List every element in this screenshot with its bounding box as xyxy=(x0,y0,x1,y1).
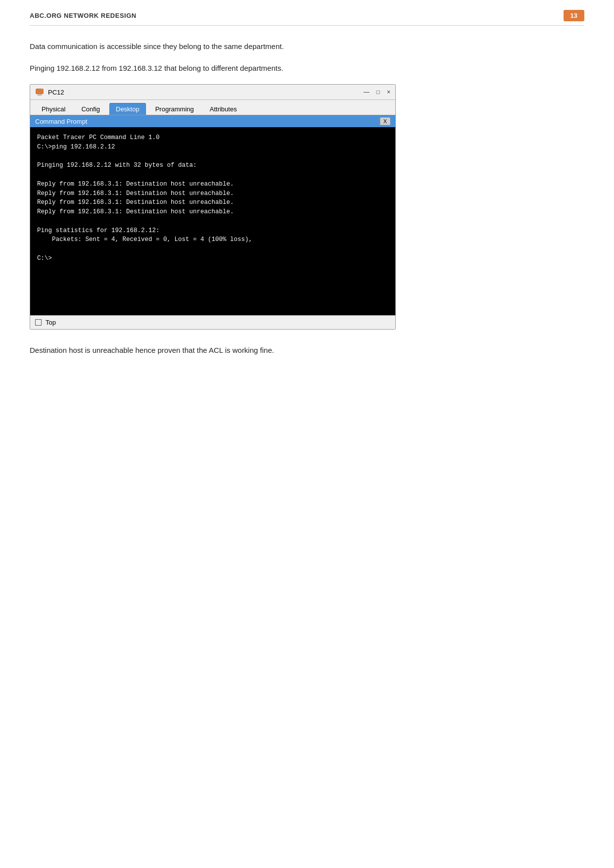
command-prompt-body[interactable]: Packet Tracer PC Command Line 1.0 C:\>pi… xyxy=(30,127,395,315)
pc-icon xyxy=(35,88,44,96)
svg-rect-1 xyxy=(38,94,41,95)
tab-config[interactable]: Config xyxy=(75,103,106,115)
page-title: ABC.ORG NETWORK REDESIGN xyxy=(30,12,137,19)
minimize-button[interactable]: — xyxy=(364,89,370,95)
body-paragraph-2: Pinging 192.168.2.12 from 192.168.3.12 t… xyxy=(30,62,584,74)
svg-point-3 xyxy=(42,89,43,90)
body-paragraph-1: Data communication is accessible since t… xyxy=(30,41,584,52)
top-label: Top xyxy=(46,319,56,326)
footer-paragraph: Destination host is unreachable hence pr… xyxy=(30,344,584,356)
packet-tracer-window: PC12 — □ × Physical Config Desktop Progr… xyxy=(30,84,396,330)
window-controls[interactable]: — □ × xyxy=(364,89,390,95)
page-header: ABC.ORG NETWORK REDESIGN 13 xyxy=(30,10,584,26)
tab-physical[interactable]: Physical xyxy=(35,103,72,115)
tab-attributes[interactable]: Attributes xyxy=(203,103,243,115)
command-output: Packet Tracer PC Command Line 1.0 C:\>pi… xyxy=(37,133,388,263)
window-bottom-bar: Top xyxy=(30,315,395,329)
command-prompt-label: Command Prompt xyxy=(35,118,87,125)
command-prompt-header: Command Prompt X xyxy=(30,115,395,127)
top-checkbox[interactable] xyxy=(35,319,42,326)
tab-programming[interactable]: Programming xyxy=(149,103,200,115)
tab-desktop[interactable]: Desktop xyxy=(109,103,146,115)
svg-rect-0 xyxy=(36,89,43,94)
command-prompt-close-button[interactable]: X xyxy=(380,117,390,125)
window-title-text: PC12 xyxy=(48,89,64,96)
maximize-button[interactable]: □ xyxy=(377,89,380,95)
svg-rect-2 xyxy=(38,95,42,95)
window-title-bar: PC12 — □ × xyxy=(30,85,395,100)
title-left: PC12 xyxy=(35,88,64,96)
tab-bar: Physical Config Desktop Programming Attr… xyxy=(30,100,395,115)
close-button[interactable]: × xyxy=(387,89,390,95)
page-number: 13 xyxy=(564,10,584,21)
